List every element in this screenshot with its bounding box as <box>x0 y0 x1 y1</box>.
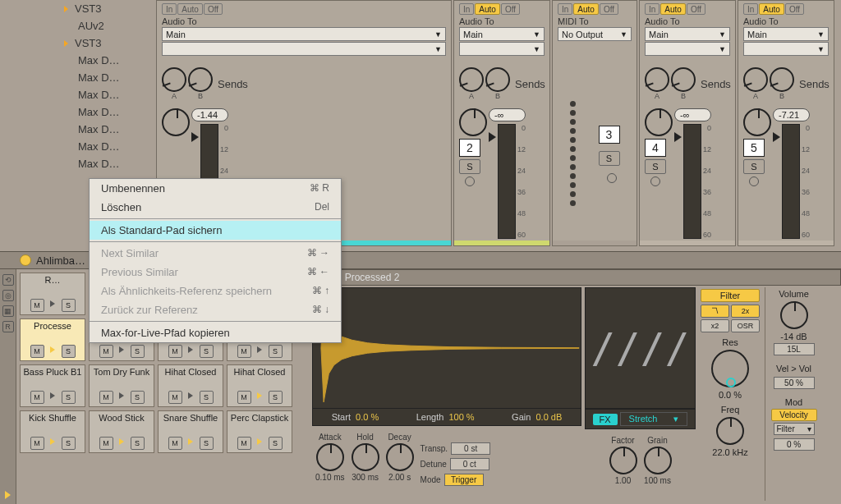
track-number[interactable]: 2 <box>459 139 480 157</box>
pad-solo-button[interactable]: S <box>200 437 214 450</box>
pad-play-icon[interactable] <box>184 391 198 404</box>
pad-mute-button[interactable]: M <box>99 437 113 450</box>
pad-solo-button[interactable]: S <box>269 391 283 404</box>
io-channel-select[interactable]: ▼ <box>459 42 545 56</box>
io-monitor-button[interactable]: Off <box>785 3 804 15</box>
pad-solo-button[interactable]: S <box>131 437 145 450</box>
attack-dial[interactable] <box>316 443 344 471</box>
io-monitor-button[interactable]: In <box>459 3 474 15</box>
drum-pad[interactable]: Bass Pluck B1 M S <box>20 364 85 407</box>
arm-button[interactable] <box>607 173 617 183</box>
drum-pad[interactable]: Hihat Closed M S <box>158 364 223 407</box>
browser-item[interactable]: VST3 <box>64 0 146 17</box>
pad-play-icon[interactable] <box>46 345 60 358</box>
pad-mute-button[interactable]: M <box>99 391 113 404</box>
pad-solo-button[interactable]: S <box>131 345 145 358</box>
context-menu-item[interactable]: Max-for-Live-Pfad kopieren <box>90 323 341 342</box>
io-monitor-button[interactable]: In <box>645 3 659 15</box>
filter-x2b-icon[interactable]: x2 <box>701 319 729 332</box>
send-a-dial[interactable] <box>162 67 186 92</box>
io-monitor-button[interactable]: Auto <box>573 3 599 15</box>
io-monitor-button[interactable]: Auto <box>475 3 500 15</box>
device-pad-icon[interactable]: ▦ <box>2 305 14 317</box>
pad-play-icon[interactable] <box>115 437 129 450</box>
io-channel-select[interactable]: ▼ <box>743 42 829 56</box>
drum-pad[interactable]: Kick Shuffle M S <box>20 410 85 453</box>
solo-button[interactable]: S <box>459 159 480 174</box>
pad-solo-button[interactable]: S <box>62 345 76 358</box>
solo-button[interactable]: S <box>645 159 666 174</box>
pad-solo-button[interactable]: S <box>131 391 145 404</box>
drum-pad[interactable]: R… M S <box>20 273 85 315</box>
io-destination-select[interactable]: Main▼ <box>459 27 545 41</box>
pad-mute-button[interactable]: M <box>99 345 113 358</box>
hold-dial[interactable] <box>352 443 379 471</box>
context-menu-item[interactable]: Umbenennen⌘ R <box>90 179 341 198</box>
pad-play-icon[interactable] <box>253 391 267 404</box>
mod-src-button[interactable]: Velocity <box>771 409 817 421</box>
decay-dial[interactable] <box>386 443 414 471</box>
io-channel-select[interactable]: ▼ <box>645 42 730 56</box>
send-b-dial[interactable] <box>671 67 696 92</box>
freq-dial[interactable] <box>716 417 744 445</box>
browser-item[interactable]: Max D… <box>64 138 146 155</box>
pan-field[interactable]: 15L <box>774 343 815 355</box>
drum-pad[interactable]: Perc Clapstick M S <box>227 410 292 453</box>
io-destination-select[interactable]: Main▼ <box>743 27 829 41</box>
solo-button[interactable]: S <box>743 159 765 174</box>
filter-osr-icon[interactable]: OSR <box>731 319 760 332</box>
drum-pad[interactable]: Snare Shuffle M S <box>158 410 223 453</box>
pad-mute-button[interactable]: M <box>168 345 182 358</box>
pad-play-icon[interactable] <box>184 345 198 358</box>
velvol-field[interactable]: 50 % <box>774 377 815 389</box>
fader-handle[interactable] <box>773 132 780 142</box>
transpose-field[interactable]: 0 st <box>451 442 490 455</box>
pad-mute-button[interactable]: M <box>30 345 44 358</box>
volume-value[interactable]: -∞ <box>674 108 711 121</box>
device-show-icon[interactable] <box>5 491 11 499</box>
drum-pad[interactable]: Processe M S <box>20 318 85 361</box>
browser-item[interactable]: Max D… <box>64 155 146 172</box>
io-monitor-button[interactable]: Off <box>600 3 618 15</box>
volume-value[interactable]: -∞ <box>489 108 526 121</box>
filter-lp-icon[interactable]: ⎺\ <box>701 305 729 318</box>
pad-play-icon[interactable] <box>253 345 267 358</box>
drum-pad[interactable]: Wood Stick M S <box>89 410 154 453</box>
io-monitor-button[interactable]: In <box>162 3 177 15</box>
pan-dial[interactable] <box>162 108 190 136</box>
io-monitor-button[interactable]: Off <box>204 3 223 15</box>
mode-button[interactable]: Trigger <box>444 474 484 486</box>
device-io-icon[interactable]: ⟲ <box>2 274 14 286</box>
send-b-dial[interactable] <box>485 67 510 92</box>
pad-solo-button[interactable]: S <box>62 391 76 404</box>
pad-play-icon[interactable] <box>253 437 267 450</box>
arm-button[interactable] <box>650 176 660 186</box>
drum-pad[interactable]: Hihat Closed M S <box>227 364 292 407</box>
volume-dial[interactable] <box>780 301 808 329</box>
io-monitor-button[interactable]: Off <box>687 3 705 15</box>
pad-solo-button[interactable]: S <box>62 299 76 312</box>
track-number[interactable]: 5 <box>743 139 765 157</box>
context-menu-item[interactable]: Next Similar⌘ → <box>90 244 341 263</box>
factor-dial[interactable] <box>609 447 637 474</box>
pad-play-icon[interactable] <box>115 391 129 404</box>
io-monitor-button[interactable]: Auto <box>759 3 784 15</box>
context-menu-item[interactable]: Als Standard-Pad sichern <box>90 221 341 240</box>
context-menu-item[interactable]: Als Ähnlichkeits-Referenz speichern⌘ ↑ <box>90 282 341 300</box>
io-destination-select[interactable]: Main▼ <box>162 27 446 41</box>
io-monitor-button[interactable]: In <box>558 3 572 15</box>
send-a-dial[interactable] <box>743 67 768 92</box>
arm-button[interactable] <box>465 176 475 186</box>
io-monitor-button[interactable]: Auto <box>660 3 686 15</box>
detune-field[interactable]: 0 ct <box>450 458 489 470</box>
mod-dest-select[interactable]: Filter▾ <box>774 423 815 435</box>
send-b-dial[interactable] <box>188 67 213 92</box>
stretch-select[interactable]: Stretch▾ <box>620 412 688 426</box>
send-b-dial[interactable] <box>770 67 794 92</box>
io-channel-select[interactable]: ▼ <box>162 42 446 56</box>
device-r-icon[interactable]: R <box>2 321 14 332</box>
pad-solo-button[interactable]: S <box>269 345 283 358</box>
fader-handle[interactable] <box>489 132 496 142</box>
io-monitor-button[interactable]: Auto <box>177 3 203 15</box>
io-monitor-button[interactable]: In <box>743 3 758 15</box>
